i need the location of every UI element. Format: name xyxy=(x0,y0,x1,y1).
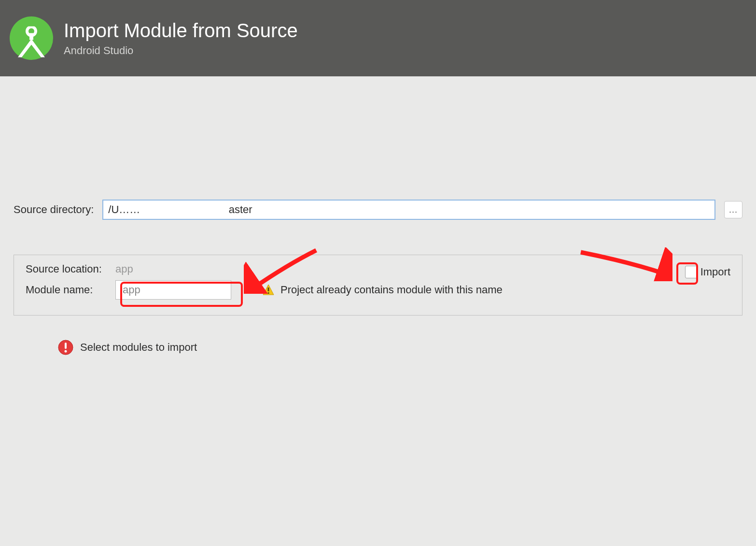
warning-icon xyxy=(262,284,275,296)
import-checkbox[interactable] xyxy=(685,266,698,278)
dialog-content: Source directory: ... Source location: a… xyxy=(0,76,756,370)
svg-rect-5 xyxy=(65,343,67,349)
source-location-value: app xyxy=(115,263,133,275)
dialog-title: Import Module from Source xyxy=(64,20,298,42)
error-message: Select modules to import xyxy=(80,341,197,354)
error-icon xyxy=(58,340,73,355)
svg-rect-2 xyxy=(268,287,269,291)
dialog-subtitle: Android Studio xyxy=(64,44,298,57)
browse-button[interactable]: ... xyxy=(724,201,742,218)
svg-point-6 xyxy=(65,350,67,353)
module-name-label: Module name: xyxy=(26,284,115,296)
module-name-input[interactable] xyxy=(115,280,231,300)
source-directory-label: Source directory: xyxy=(14,203,94,216)
android-studio-logo xyxy=(10,16,53,60)
error-row: Select modules to import xyxy=(58,340,742,355)
compass-icon xyxy=(13,27,50,60)
dialog-header: Import Module from Source Android Studio xyxy=(0,0,756,76)
source-directory-input[interactable] xyxy=(102,200,715,220)
module-name-row: Module name: Project already contains mo… xyxy=(26,280,730,300)
module-panel: Source location: app Module name: Projec… xyxy=(14,255,742,316)
import-checkbox-wrap: Import xyxy=(685,266,730,278)
source-directory-row: Source directory: ... xyxy=(14,200,742,220)
source-location-row: Source location: app xyxy=(26,263,730,275)
warning-message: Project already contains module with thi… xyxy=(280,284,503,296)
svg-rect-3 xyxy=(268,292,269,294)
source-location-label: Source location: xyxy=(26,263,115,275)
import-checkbox-label: Import xyxy=(700,266,730,278)
svg-rect-1 xyxy=(29,33,33,40)
